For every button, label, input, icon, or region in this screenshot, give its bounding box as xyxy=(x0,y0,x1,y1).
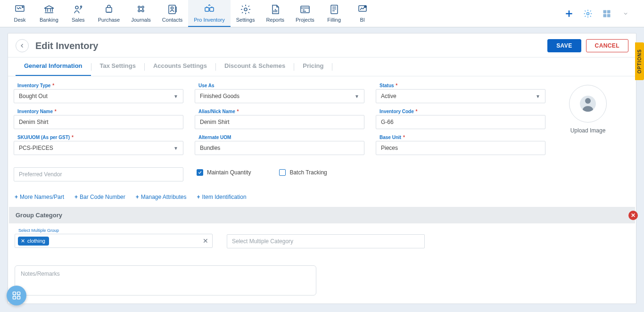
chevron-down-icon[interactable] xyxy=(620,8,631,19)
upload-label: Upload Image xyxy=(570,127,606,134)
svg-point-17 xyxy=(364,6,366,8)
field-label: Alternate UOM xyxy=(195,135,364,140)
nav-purchase[interactable]: Purchase xyxy=(92,0,125,27)
group-title: Group Category xyxy=(16,212,62,219)
select-value: PCS-PIECES xyxy=(19,145,53,151)
chevron-down-icon: ▼ xyxy=(355,94,359,99)
checkbox-row: Maintain Quantity Batch Tracking xyxy=(195,161,545,181)
field-label: Inventory Type * xyxy=(14,83,183,88)
form-tabs: General Information Tax Settings Account… xyxy=(8,57,636,76)
back-button[interactable] xyxy=(16,39,29,52)
nav-desk[interactable]: Desk xyxy=(6,0,34,27)
fab-apps-button[interactable] xyxy=(7,286,26,305)
nav-pro-inventory[interactable]: Pro Inventory xyxy=(188,0,230,27)
nav-banking[interactable]: Banking xyxy=(34,0,64,27)
inventory-type-select[interactable]: Bought Out▼ xyxy=(14,89,183,103)
field-sku: SKU/UOM (As per GST) * PCS-PIECES▼ xyxy=(14,135,183,155)
checkbox-icon xyxy=(197,169,203,176)
nav-bi[interactable]: BI xyxy=(348,0,377,27)
preferred-vendor-input[interactable] xyxy=(19,171,178,178)
multiple-group-select[interactable]: ✕clothing ✕ xyxy=(15,234,213,248)
svg-point-7 xyxy=(138,10,140,12)
link-label: More Names/Part xyxy=(20,194,64,200)
field-inventory-type: Inventory Type * Bought Out▼ xyxy=(14,83,183,103)
save-button[interactable]: SAVE xyxy=(547,39,581,52)
sku-select[interactable]: PCS-PIECES▼ xyxy=(14,141,183,155)
field-multiple-category: Select Multiple Category xyxy=(227,228,425,248)
nav-label: Filling xyxy=(327,17,341,23)
nav-filling[interactable]: Filling xyxy=(320,0,348,27)
use-as-select[interactable]: Finished Goods▼ xyxy=(195,89,364,103)
add-icon[interactable] xyxy=(564,8,574,19)
svg-point-13 xyxy=(244,8,247,11)
plus-icon: + xyxy=(15,194,18,200)
settings-icon xyxy=(240,4,251,15)
multiple-category-select[interactable]: Select Multiple Category xyxy=(227,234,425,248)
chip-label: clothing xyxy=(27,238,45,244)
page-header: Edit Inventory SAVE CANCEL xyxy=(8,33,636,57)
tab-general-information[interactable]: General Information xyxy=(16,57,91,76)
link-label: Manage Attributes xyxy=(141,194,187,200)
filling-icon xyxy=(329,4,340,15)
svg-rect-26 xyxy=(17,296,20,299)
svg-rect-11 xyxy=(205,8,209,11)
field-status: Status * Active▼ xyxy=(376,83,545,103)
field-inventory-name: Inventory Name * xyxy=(14,109,183,129)
field-label: Alias/Nick Name * xyxy=(195,109,364,114)
nav-reports[interactable]: Reports xyxy=(260,0,290,27)
tab-pricing[interactable]: Pricing xyxy=(294,57,332,76)
nav-contacts[interactable]: Contacts xyxy=(157,0,188,27)
nav-settings[interactable]: Settings xyxy=(231,0,261,27)
base-unit-input[interactable] xyxy=(381,145,540,151)
link-label: Item Identification xyxy=(202,194,247,200)
tab-discount-schemes[interactable]: Discount & Schemes xyxy=(216,57,294,76)
tab-tax-settings[interactable]: Tax Settings xyxy=(91,57,144,76)
field-label: Status * xyxy=(376,83,545,88)
maintain-quantity-checkbox[interactable]: Maintain Quantity xyxy=(197,169,251,176)
nav-label: Pro Inventory xyxy=(194,17,224,23)
field-preferred-vendor xyxy=(14,161,183,181)
inventory-code-input[interactable] xyxy=(381,119,540,125)
nav-sales[interactable]: Sales xyxy=(64,0,92,27)
nav-projects[interactable]: Projects xyxy=(290,0,320,27)
link-more-names[interactable]: +More Names/Part xyxy=(15,194,64,200)
tab-accounts-settings[interactable]: Accounts Settings xyxy=(145,57,215,76)
link-barcode[interactable]: +Bar Code Number xyxy=(74,194,125,200)
nav-label: Journals xyxy=(131,17,151,23)
chevron-down-icon: ▼ xyxy=(536,94,540,99)
svg-point-3 xyxy=(80,6,82,7)
link-item-identification[interactable]: +Item Identification xyxy=(197,194,247,200)
nav-items: Desk Banking Sales Purchase Journals Con… xyxy=(6,0,377,27)
gear-icon[interactable] xyxy=(583,8,593,19)
purchase-icon xyxy=(103,4,115,15)
link-manage-attributes[interactable]: +Manage Attributes xyxy=(136,194,187,200)
checkbox-label: Maintain Quantity xyxy=(207,169,251,176)
desk-icon xyxy=(14,4,25,15)
inventory-name-input[interactable] xyxy=(19,119,178,125)
status-select[interactable]: Active▼ xyxy=(376,89,545,103)
grid-icon xyxy=(12,291,21,300)
close-group-button[interactable]: ✕ xyxy=(628,211,638,220)
alt-uom-input[interactable] xyxy=(200,145,359,151)
alias-input[interactable] xyxy=(200,119,359,125)
notes-area xyxy=(8,259,636,304)
cancel-button[interactable]: CANCEL xyxy=(586,39,628,52)
apps-icon[interactable] xyxy=(602,8,612,19)
bi-icon xyxy=(357,4,368,15)
field-inventory-code: Inventory Code * xyxy=(376,109,545,129)
nav-journals[interactable]: Journals xyxy=(125,0,157,27)
notes-textarea[interactable] xyxy=(15,265,316,296)
clear-icon[interactable]: ✕ xyxy=(203,237,208,245)
select-value: Active xyxy=(381,93,396,99)
field-label: Base Unit * xyxy=(376,135,545,140)
field-label: Use As xyxy=(195,83,364,88)
batch-tracking-checkbox[interactable]: Batch Tracking xyxy=(279,169,327,176)
edit-inventory-card: Edit Inventory SAVE CANCEL General Infor… xyxy=(8,33,636,304)
upload-image-button[interactable] xyxy=(569,85,607,123)
field-multiple-group: Select Multiple Group ✕clothing ✕ xyxy=(15,228,213,248)
options-side-tab[interactable]: OPTIONS xyxy=(635,42,644,80)
nav-label: Contacts xyxy=(162,17,182,23)
chip-remove-icon[interactable]: ✕ xyxy=(21,238,25,244)
field-alias: Alias/Nick Name * xyxy=(195,109,364,129)
page-title: Edit Inventory xyxy=(35,41,547,51)
